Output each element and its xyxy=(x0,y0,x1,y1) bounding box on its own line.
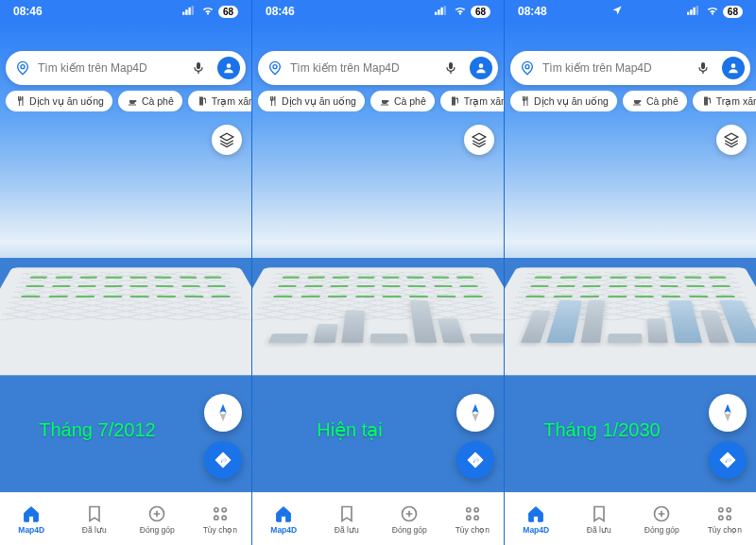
chip-dịch vụ ăn uống[interactable]: Dịch vụ ăn uống xyxy=(510,91,617,111)
svg-point-7 xyxy=(215,507,218,511)
nav-tùy chọn[interactable]: Tùy chọn xyxy=(441,493,505,545)
svg-point-15 xyxy=(273,65,277,69)
layers-button[interactable] xyxy=(464,125,494,155)
account-button[interactable] xyxy=(217,57,240,79)
status-right: 68 xyxy=(182,4,238,20)
status-bar: 08:4668 xyxy=(0,0,251,23)
layers-button[interactable] xyxy=(716,125,747,155)
svg-point-31 xyxy=(719,516,723,519)
map-canvas[interactable]: Dịch vụ ăn uốngCà phêTrạm xăng•Hiện tại xyxy=(252,23,504,545)
bottom-nav: Map4DĐã lưuĐóng gópTùy chọn xyxy=(505,492,756,545)
nav-label: Tùy chọn xyxy=(708,525,742,535)
svg-rect-23 xyxy=(690,9,692,15)
fab-stack xyxy=(709,394,747,479)
svg-point-18 xyxy=(467,507,471,511)
nav-đã lưu[interactable]: Đã lưu xyxy=(63,493,127,545)
phone-screen-2: 08:4868Dịch vụ ăn uốngCà phêTrạm xăng•Th… xyxy=(504,0,756,545)
fab-stack xyxy=(456,394,494,479)
svg-rect-0 xyxy=(182,12,184,15)
search-input[interactable] xyxy=(38,61,180,75)
nav-label: Map4D xyxy=(523,525,549,535)
chip-label: Trạm xăng xyxy=(716,95,756,107)
svg-rect-12 xyxy=(438,9,439,15)
directions-button[interactable] xyxy=(204,441,242,479)
mic-icon[interactable] xyxy=(187,57,210,79)
nav-map4d[interactable]: Map4D xyxy=(505,493,568,545)
account-button[interactable] xyxy=(722,57,745,79)
search-input[interactable] xyxy=(542,61,684,75)
chip-label: Cà phê xyxy=(646,95,679,107)
nav-label: Đã lưu xyxy=(335,525,359,535)
status-right: 68 xyxy=(687,4,743,20)
directions-button[interactable] xyxy=(709,441,747,479)
nav-map4d[interactable]: Map4D xyxy=(0,493,63,545)
nav-label: Đã lưu xyxy=(82,525,107,535)
recenter-button[interactable] xyxy=(456,394,494,432)
nav-tùy chọn[interactable]: Tùy chọn xyxy=(189,493,252,545)
mic-icon[interactable] xyxy=(692,57,714,79)
wifi-icon xyxy=(201,4,215,20)
signal-icon xyxy=(182,5,198,18)
nav-đã lưu[interactable]: Đã lưu xyxy=(316,493,379,545)
search-bar[interactable] xyxy=(510,51,750,85)
status-time: 08:46 xyxy=(266,5,295,18)
chip-label: Dịch vụ ăn uống xyxy=(282,95,356,107)
svg-point-9 xyxy=(215,516,218,519)
map-pin-icon xyxy=(15,60,30,76)
svg-rect-13 xyxy=(440,8,442,15)
svg-rect-3 xyxy=(191,6,193,15)
svg-rect-25 xyxy=(696,6,697,15)
chip-cà phê[interactable]: Cà phê xyxy=(370,91,435,111)
chip-label: Cà phê xyxy=(394,95,426,107)
svg-point-30 xyxy=(727,507,730,511)
chip-dịch vụ ăn uống[interactable]: Dịch vụ ăn uống xyxy=(6,91,112,111)
status-time: 08:48 xyxy=(518,5,547,18)
search-bar[interactable] xyxy=(6,51,246,85)
account-button[interactable] xyxy=(470,57,492,79)
chip-dịch vụ ăn uống[interactable]: Dịch vụ ăn uống xyxy=(258,91,365,111)
search-input[interactable] xyxy=(290,61,432,75)
category-chips: Dịch vụ ăn uốngCà phêTrạm xăng• xyxy=(6,91,251,111)
recenter-button[interactable] xyxy=(204,394,242,432)
fab-stack xyxy=(204,394,242,479)
nav-đóng góp[interactable]: Đóng góp xyxy=(126,493,189,545)
svg-point-5 xyxy=(227,63,232,68)
nav-map4d[interactable]: Map4D xyxy=(252,493,316,545)
svg-point-4 xyxy=(21,65,25,69)
chip-label: Trạm xăng xyxy=(212,95,251,107)
map-pin-icon xyxy=(520,60,535,76)
directions-button[interactable] xyxy=(456,441,494,479)
nav-label: Đóng góp xyxy=(644,525,679,535)
svg-point-10 xyxy=(222,516,226,519)
map-canvas[interactable]: Dịch vụ ăn uốngCà phêTrạm xăng•Tháng 1/2… xyxy=(505,23,756,545)
chip-cà phê[interactable]: Cà phê xyxy=(118,91,182,111)
svg-point-26 xyxy=(525,65,529,69)
status-time: 08:46 xyxy=(13,5,43,18)
signal-icon xyxy=(435,5,450,18)
nav-label: Map4D xyxy=(18,525,44,535)
nav-tùy chọn[interactable]: Tùy chọn xyxy=(694,493,757,545)
svg-point-8 xyxy=(222,507,226,511)
nav-đóng góp[interactable]: Đóng góp xyxy=(378,493,441,545)
bottom-nav: Map4DĐã lưuĐóng gópTùy chọn xyxy=(252,492,504,545)
chip-trạm xăng[interactable]: Trạm xăng xyxy=(693,91,756,111)
mic-icon[interactable] xyxy=(439,57,462,79)
chip-cà phê[interactable]: Cà phê xyxy=(623,91,687,111)
map-canvas[interactable]: Dịch vụ ăn uốngCà phêTrạm xăng•Tháng 7/2… xyxy=(0,23,251,545)
recenter-button[interactable] xyxy=(709,394,747,432)
time-period-caption: Hiện tại xyxy=(252,418,447,441)
chip-trạm xăng[interactable]: Trạm xăng xyxy=(440,91,504,111)
svg-rect-14 xyxy=(443,6,445,15)
svg-point-21 xyxy=(474,516,478,519)
svg-rect-24 xyxy=(693,8,695,15)
chip-label: Cà phê xyxy=(142,95,174,107)
battery-level: 68 xyxy=(723,6,743,18)
chip-trạm xăng[interactable]: Trạm xăng xyxy=(188,91,251,111)
nav-đã lưu[interactable]: Đã lưu xyxy=(568,493,631,545)
nav-đóng góp[interactable]: Đóng góp xyxy=(630,493,694,545)
search-bar[interactable] xyxy=(258,51,498,85)
status-right: 68 xyxy=(435,4,490,20)
time-period-caption: Tháng 1/2030 xyxy=(505,419,699,441)
status-bar: 08:4668 xyxy=(252,0,504,23)
layers-button[interactable] xyxy=(212,125,242,155)
